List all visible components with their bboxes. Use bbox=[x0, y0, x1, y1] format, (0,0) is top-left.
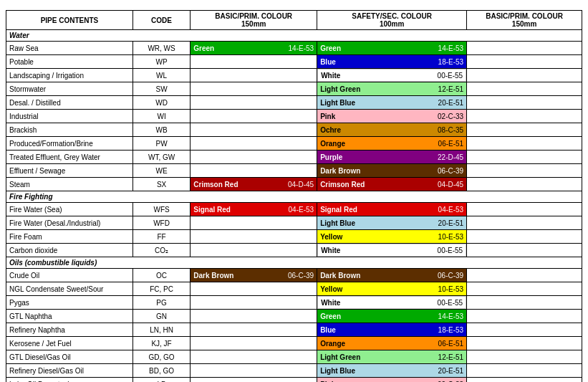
code-cell: KJ, JF bbox=[132, 337, 190, 350]
section-header: Fire Fighting bbox=[6, 191, 582, 203]
basic2-cell bbox=[467, 110, 582, 123]
safety-code: 06-C-39 bbox=[438, 272, 463, 280]
pipe-contents-cell: GTL Naphtha bbox=[6, 310, 133, 323]
colour-code-table: PIPE CONTENTS CODE BASIC/PRIM. COLOUR150… bbox=[6, 10, 582, 382]
table-row: Refinery Diesel/Gas OilBD, GOLight Blue2… bbox=[6, 364, 582, 378]
basic1-cell: Dark Brown06-C-39 bbox=[191, 269, 317, 282]
safety-code: 20-E-51 bbox=[438, 219, 464, 227]
safety-cell: Light Blue20-E-51 bbox=[317, 364, 467, 378]
basic2-cell bbox=[467, 378, 582, 383]
basic2-cell bbox=[467, 310, 582, 323]
safety-cell: Pink02-C-33 bbox=[317, 110, 467, 123]
code-cell: FF bbox=[132, 230, 190, 244]
basic2-cell bbox=[467, 216, 582, 230]
safety-cell: Crimson Red04-D-45 bbox=[317, 178, 467, 191]
safety-cell: Yellow10-E-53 bbox=[317, 230, 467, 244]
basic1-cell bbox=[191, 378, 317, 383]
code-cell: CO₂ bbox=[132, 244, 190, 257]
basic1-cell bbox=[191, 123, 317, 137]
safety-cell: Blue18-E-53 bbox=[317, 323, 467, 337]
basic1-label: Dark Brown bbox=[193, 272, 233, 280]
table-row: StormwaterSWLight Green12-E-51 bbox=[6, 82, 582, 96]
safety-label: Light Green bbox=[320, 353, 360, 361]
safety-label: Blue bbox=[320, 326, 336, 334]
basic1-label: Green bbox=[193, 44, 214, 52]
table-row: Landscaping / IrrigationWLWhite00-E-55 bbox=[6, 69, 582, 82]
code-cell: WI bbox=[132, 110, 190, 123]
code-cell: BD, GO bbox=[132, 364, 190, 378]
table-row: Fire Water (Desal./Industrial)WFDLight B… bbox=[6, 216, 582, 230]
pipe-contents-cell: Produced/Formation/Brine bbox=[6, 137, 133, 151]
header-basic1: BASIC/PRIM. COLOUR150mm bbox=[191, 11, 317, 30]
basic1-cell bbox=[191, 96, 317, 110]
table-row: BrackishWBOchre08-C-35 bbox=[6, 123, 582, 137]
basic1-label: Signal Red bbox=[193, 206, 231, 214]
code-cell: WP bbox=[132, 55, 190, 69]
code-cell: SW bbox=[132, 82, 190, 96]
safety-label: Crimson Red bbox=[320, 181, 365, 188]
code-cell: WB bbox=[132, 123, 190, 137]
safety-label: White bbox=[321, 299, 340, 307]
table-row: PygasPGWhite00-E-55 bbox=[6, 296, 582, 310]
basic1-cell bbox=[191, 230, 317, 244]
safety-cell: Orange06-E-51 bbox=[317, 337, 467, 350]
basic1-cell bbox=[191, 364, 317, 378]
safety-cell: Dark Brown06-C-39 bbox=[317, 269, 467, 282]
safety-label: Pink bbox=[320, 113, 335, 120]
safety-label: Ochre bbox=[320, 126, 341, 134]
code-cell: GD, GO bbox=[132, 350, 190, 364]
safety-code: 14-E-53 bbox=[438, 44, 464, 52]
basic1-cell bbox=[191, 164, 317, 178]
basic1-cell bbox=[191, 69, 317, 82]
code-cell: LN, HN bbox=[132, 323, 190, 337]
basic1-cell bbox=[191, 55, 317, 69]
basic1-cell bbox=[191, 151, 317, 164]
basic1-code: 14-E-53 bbox=[289, 44, 314, 52]
code-cell: PW bbox=[132, 137, 190, 151]
table-row: Lube Oil BasestockLBPink02-C-33 bbox=[6, 378, 582, 383]
section-header: Oils (combustible liquids) bbox=[6, 257, 582, 269]
safety-cell: Dark Brown06-C-39 bbox=[317, 164, 467, 178]
header-code: CODE bbox=[132, 11, 190, 30]
code-cell: WFS bbox=[132, 203, 190, 216]
basic1-cell bbox=[191, 310, 317, 323]
safety-label: White bbox=[321, 247, 340, 254]
table-row: Produced/Formation/BrinePWOrange06-E-51 bbox=[6, 137, 582, 151]
safety-code: 20-E-51 bbox=[438, 99, 464, 107]
pipe-contents-cell: Effluent / Sewage bbox=[6, 164, 133, 178]
basic2-cell bbox=[467, 96, 582, 110]
pipe-contents-cell: NGL Condensate Sweet/Sour bbox=[6, 282, 133, 296]
basic1-cell bbox=[191, 337, 317, 350]
pipe-contents-cell: Stormwater bbox=[6, 82, 133, 96]
basic1-cell bbox=[191, 282, 317, 296]
basic2-cell bbox=[467, 350, 582, 364]
safety-code: 18-E-53 bbox=[438, 326, 464, 334]
safety-label: Light Blue bbox=[320, 367, 355, 375]
pipe-contents-cell: Raw Sea bbox=[6, 42, 133, 55]
pipe-contents-cell: Refinery Diesel/Gas Oil bbox=[6, 364, 133, 378]
table-row: NGL Condensate Sweet/SourFC, PCYellow10-… bbox=[6, 282, 582, 296]
safety-label: Green bbox=[320, 44, 341, 52]
table-row: Carbon dioxideCO₂White00-E-55 bbox=[6, 244, 582, 257]
safety-code: 10-E-53 bbox=[438, 233, 464, 241]
safety-code: 04-D-45 bbox=[438, 181, 463, 188]
code-cell: WFD bbox=[132, 216, 190, 230]
basic2-cell bbox=[467, 151, 582, 164]
safety-label: White bbox=[321, 72, 340, 80]
pipe-contents-cell: Potable bbox=[6, 55, 133, 69]
safety-code: 12-E-51 bbox=[438, 85, 464, 93]
table-row: GTL NaphthaGNGreen14-E-53 bbox=[6, 310, 582, 323]
pipe-contents-cell: GTL Diesel/Gas Oil bbox=[6, 350, 133, 364]
safety-cell: White00-E-55 bbox=[317, 69, 467, 82]
safety-cell: Light Green12-E-51 bbox=[317, 82, 467, 96]
safety-label: Orange bbox=[320, 340, 345, 348]
basic2-cell bbox=[467, 230, 582, 244]
section-header: Water bbox=[6, 30, 582, 42]
basic2-cell bbox=[467, 55, 582, 69]
code-cell: FC, PC bbox=[132, 282, 190, 296]
basic1-cell bbox=[191, 244, 317, 257]
safety-code: 04-E-53 bbox=[438, 206, 464, 214]
code-cell: LB bbox=[132, 378, 190, 383]
basic1-code: 04-D-45 bbox=[288, 181, 314, 188]
pipe-contents-cell: Fire Water (Desal./Industrial) bbox=[6, 216, 133, 230]
